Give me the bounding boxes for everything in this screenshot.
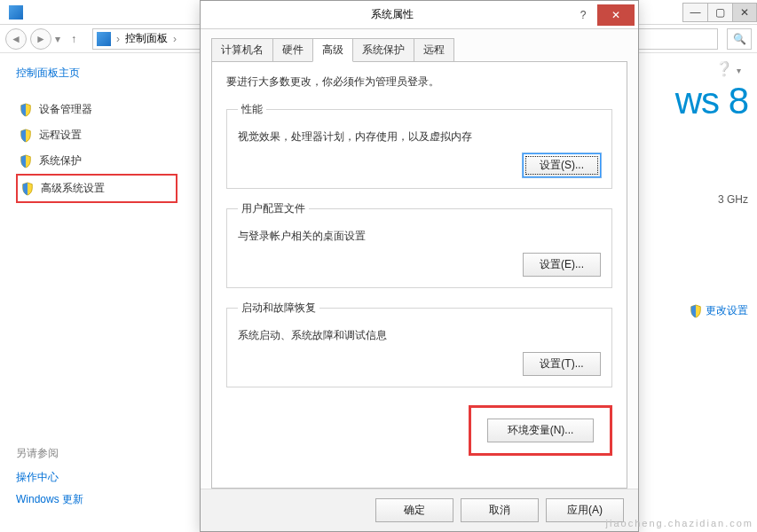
see-also-title: 另请参阅	[16, 446, 83, 461]
dialog-title: 系统属性	[209, 7, 574, 22]
shield-icon	[20, 129, 32, 143]
sidebar-item-label: 高级系统设置	[41, 181, 105, 196]
startup-desc: 系统启动、系统故障和调试信息	[238, 328, 601, 343]
tab-content: 要进行大多数更改，你必须作为管理员登录。 性能 视觉效果，处理器计划，内存使用，…	[211, 61, 627, 489]
cancel-button[interactable]: 取消	[461, 498, 539, 522]
sidebar-heading[interactable]: 控制面板主页	[16, 66, 177, 81]
tab-label: 硬件	[282, 43, 304, 56]
tab-advanced[interactable]: 高级	[312, 38, 353, 62]
tab-system-protection[interactable]: 系统保护	[352, 38, 414, 61]
minimize-button[interactable]: —	[682, 3, 707, 22]
tab-computer-name[interactable]: 计算机名	[211, 38, 273, 61]
sidebar: 控制面板主页 设备管理器 远程设置 系统保护 高级系统设置 另请参阅 操作中心 …	[0, 53, 193, 532]
sidebar-item-protection[interactable]: 系统保护	[16, 148, 177, 174]
performance-legend: 性能	[238, 102, 266, 117]
performance-desc: 视觉效果，处理器计划，内存使用，以及虚拟内存	[238, 129, 601, 145]
parent-close-button[interactable]: ✕	[732, 3, 757, 22]
performance-settings-button[interactable]: 设置(S)...	[523, 153, 601, 177]
sidebar-item-advanced[interactable]: 高级系统设置	[16, 174, 177, 203]
env-highlight-box: 环境变量(N)...	[469, 405, 612, 456]
environment-variables-button[interactable]: 环境变量(N)...	[487, 419, 594, 442]
tab-label: 系统保护	[362, 43, 405, 56]
help-icon[interactable]: ❔ ▾	[715, 60, 741, 77]
see-also-windows-update[interactable]: Windows 更新	[16, 492, 83, 507]
startup-settings-button[interactable]: 设置(T)...	[523, 352, 601, 376]
profiles-settings-button[interactable]: 设置(E)...	[523, 253, 601, 277]
windows-brand: ws 8	[675, 80, 748, 122]
breadcrumb-item[interactable]: 控制面板	[125, 31, 168, 46]
shield-icon	[20, 103, 32, 117]
breadcrumb-sep: ›	[173, 33, 177, 45]
system-properties-dialog: 系统属性 ? ✕ 计算机名 硬件 高级 系统保护 远程 要进行大多数更改，你必须…	[200, 0, 639, 532]
history-dropdown[interactable]: ▾	[55, 33, 60, 45]
sidebar-item-label: 设备管理器	[39, 102, 92, 117]
startup-group: 启动和故障恢复 系统启动、系统故障和调试信息 设置(T)...	[226, 301, 612, 387]
tab-label: 计算机名	[221, 43, 264, 56]
admin-note: 要进行大多数更改，你必须作为管理员登录。	[226, 74, 612, 90]
up-button[interactable]: ↑	[64, 29, 83, 49]
sidebar-item-label: 远程设置	[39, 128, 82, 143]
see-also-action-center[interactable]: 操作中心	[16, 470, 83, 485]
tab-hardware[interactable]: 硬件	[272, 38, 313, 61]
dialog-help-button[interactable]: ?	[574, 9, 592, 21]
maximize-button[interactable]: ▢	[707, 3, 732, 22]
see-also: 另请参阅 操作中心 Windows 更新	[16, 446, 83, 514]
address-icon	[97, 32, 111, 46]
dialog-close-button[interactable]: ✕	[597, 4, 635, 26]
tab-remote[interactable]: 远程	[414, 38, 454, 61]
back-button[interactable]: ◄	[5, 28, 27, 50]
startup-legend: 启动和故障恢复	[238, 301, 319, 316]
cpu-ghz: 3 GHz	[675, 193, 748, 206]
shield-icon	[21, 182, 34, 196]
tab-label: 远程	[423, 43, 445, 56]
change-settings-link[interactable]: 更改设置	[706, 303, 748, 318]
sidebar-item-remote[interactable]: 远程设置	[16, 122, 177, 148]
dialog-titlebar: 系统属性 ? ✕	[201, 1, 638, 29]
sidebar-item-label: 系统保护	[39, 153, 82, 168]
sidebar-item-device-manager[interactable]: 设备管理器	[16, 97, 177, 122]
profiles-desc: 与登录帐户相关的桌面设置	[238, 229, 601, 244]
ok-button[interactable]: 确定	[375, 498, 453, 522]
shield-icon	[690, 304, 702, 318]
tab-label: 高级	[322, 43, 343, 56]
dialog-button-row: 确定 取消 应用(A)	[201, 489, 638, 531]
search-input[interactable]: 🔍	[727, 28, 752, 50]
profiles-legend: 用户配置文件	[238, 201, 309, 216]
breadcrumb-sep: ›	[116, 33, 120, 45]
system-icon	[9, 5, 23, 20]
forward-button[interactable]: ►	[30, 28, 51, 50]
performance-group: 性能 视觉效果，处理器计划，内存使用，以及虚拟内存 设置(S)...	[226, 102, 612, 189]
tabstrip: 计算机名 硬件 高级 系统保护 远程	[201, 29, 638, 61]
shield-icon	[20, 154, 32, 168]
right-panel: ws 8 3 GHz 更改设置	[675, 80, 748, 318]
profiles-group: 用户配置文件 与登录帐户相关的桌面设置 设置(E)...	[226, 201, 612, 288]
watermark: jiaocheng.chazidian.com	[606, 518, 753, 528]
